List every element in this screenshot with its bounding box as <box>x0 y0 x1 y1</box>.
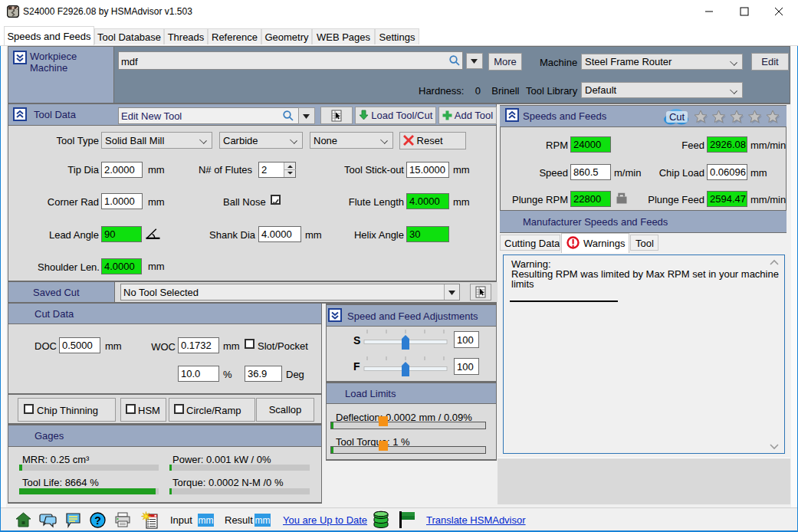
svg-text:?: ? <box>94 514 101 527</box>
svg-text:Cut: Cut <box>669 111 685 123</box>
